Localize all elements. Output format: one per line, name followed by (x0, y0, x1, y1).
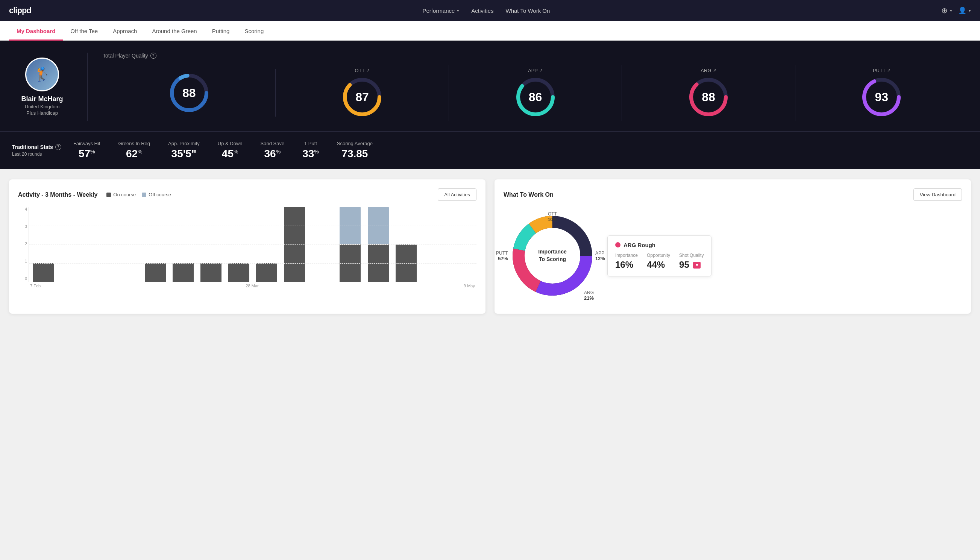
wtwo-importance-value: 16% (615, 260, 638, 270)
overall-value: 88 (182, 86, 196, 100)
oncourse-dot (106, 193, 111, 197)
arg-pct: 21% (584, 295, 594, 301)
stat-scoring-average: Scoring Average 73.85 (337, 141, 373, 160)
chart-legend: On course Off course (106, 192, 171, 197)
wtwo-opportunity: Opportunity 44% (647, 253, 670, 270)
arg-quality-card: ARG ↗ 88 (622, 65, 795, 121)
oncourse-bar (368, 245, 389, 282)
x-axis-labels: 7 Feb 28 Mar 9 May (28, 282, 476, 288)
bar-chart (28, 207, 476, 282)
stat-fairways-hit: Fairways Hit 57% (73, 141, 100, 160)
stat-value: 57% (78, 148, 95, 160)
importance-donut-container: Importance To Scoring OTT 10% APP 12% AR… (504, 207, 601, 305)
tab-off-the-tee[interactable]: Off the Tee (63, 21, 105, 41)
nav-performance[interactable]: Performance ▾ (422, 8, 459, 14)
tab-my-dashboard[interactable]: My Dashboard (9, 21, 63, 41)
user-menu-button[interactable]: 👤 ▾ (958, 7, 971, 15)
y-axis-labels: 4 3 2 1 0 (18, 207, 28, 280)
app-label: APP ↗ (528, 68, 542, 73)
nav-what-to-work-on[interactable]: What To Work On (506, 8, 550, 14)
player-name: Blair McHarg (21, 95, 63, 103)
tab-around-the-green[interactable]: Around the Green (145, 21, 204, 41)
chevron-down-icon: ▾ (969, 8, 971, 13)
nav-links: Performance ▾ Activities What To Work On (422, 8, 550, 14)
quality-circles: 88 OTT ↗ 87 (103, 65, 968, 121)
oncourse-bar (228, 263, 249, 282)
arg-label: ARG ↗ (700, 68, 716, 73)
ott-value: 87 (355, 90, 369, 104)
y-label-3: 3 (18, 224, 27, 229)
wtwo-importance: Importance 16% (615, 253, 638, 270)
bar-column-14 (421, 207, 447, 282)
app-donut: 86 (515, 77, 556, 118)
putt-quality-card: PUTT ↗ 93 (795, 65, 968, 121)
legend-offcourse: Off course (142, 192, 171, 197)
bar-column-8 (253, 207, 280, 282)
bar-column-15 (449, 207, 475, 282)
putt-value: 93 (875, 90, 888, 104)
stat-items: Fairways Hit 57% Greens In Reg 62% App. … (73, 141, 968, 160)
arrow-up-icon: ↗ (713, 68, 716, 73)
bar-column-6 (198, 207, 224, 282)
wtwo-opportunity-value: 44% (647, 260, 670, 270)
hero-section: 🏌️ Blair McHarg United Kingdom Plus Hand… (0, 41, 980, 132)
bar-column-0 (30, 207, 57, 282)
trad-stats-title: Traditional Stats ? (12, 144, 61, 150)
oncourse-bar (145, 263, 166, 282)
legend-oncourse: On course (106, 192, 136, 197)
oncourse-bar (173, 263, 194, 282)
chart-area: 4 3 2 1 0 (18, 207, 476, 290)
stat-1-putt: 1 Putt 33% (302, 141, 319, 160)
chevron-down-icon: ▾ (457, 8, 459, 13)
bar-column-7 (226, 207, 252, 282)
ott-quality-card: OTT ↗ 87 (276, 65, 449, 121)
tab-bar: My Dashboard Off the Tee Approach Around… (0, 21, 980, 41)
view-dashboard-button[interactable]: View Dashboard (913, 188, 962, 201)
ott-label: OTT ↗ (355, 68, 369, 73)
wtwo-shot-quality: Shot Quality 95 ▼ (679, 253, 704, 270)
app-ext-label: APP 12% (595, 250, 605, 262)
app-value: 86 (529, 90, 542, 104)
bar-column-5 (170, 207, 196, 282)
wtwo-detail-dot (615, 242, 621, 247)
bar-column-11 (337, 207, 363, 282)
arrow-up-icon: ↗ (887, 68, 890, 73)
tab-scoring[interactable]: Scoring (237, 21, 271, 41)
x-label-mar: 28 Mar (246, 283, 258, 288)
bar-column-13 (393, 207, 419, 282)
y-label-4: 4 (18, 207, 27, 212)
arrow-up-icon: ↗ (539, 68, 542, 73)
arg-ext-label: ARG 21% (584, 290, 594, 301)
nav-activities[interactable]: Activities (471, 8, 493, 14)
bar-column-9 (281, 207, 308, 282)
add-button[interactable]: ⊕ ▾ (941, 6, 952, 15)
nav-right: ⊕ ▾ 👤 ▾ (941, 6, 971, 15)
vertical-divider (87, 53, 88, 121)
activity-chart-title: Activity - 3 Months - Weekly (18, 192, 97, 198)
stat-app-proximity: App. Proximity 35'5" (168, 141, 200, 160)
tab-putting[interactable]: Putting (205, 21, 237, 41)
down-arrow-badge: ▼ (693, 262, 700, 268)
avatar: 🏌️ (25, 58, 59, 92)
top-nav: clippd Performance ▾ Activities What To … (0, 0, 980, 21)
logo[interactable]: clippd (9, 6, 31, 15)
y-label-1: 1 (18, 259, 27, 263)
oncourse-bar (339, 245, 361, 282)
ott-pct: 10% (547, 217, 557, 222)
x-label-feb: 7 Feb (30, 283, 41, 288)
all-activities-button[interactable]: All Activities (438, 188, 476, 201)
trad-stats-label: Traditional Stats ? Last 20 rounds (12, 144, 61, 157)
stat-value: 33% (302, 148, 319, 160)
putt-label: PUTT ↗ (873, 68, 890, 73)
bar-column-4 (142, 207, 168, 282)
plus-circle-icon: ⊕ (941, 6, 948, 15)
donut-center-label: Importance To Scoring (538, 248, 566, 263)
oncourse-bar (396, 245, 417, 282)
info-icon[interactable]: ? (55, 144, 61, 150)
activity-chart-card: Activity - 3 Months - Weekly On course O… (9, 179, 486, 314)
info-icon[interactable]: ? (150, 53, 156, 59)
bar-column-1 (58, 207, 85, 282)
ott-donut: 87 (341, 77, 383, 118)
stat-up-and-down: Up & Down 45% (218, 141, 243, 160)
tab-approach[interactable]: Approach (105, 21, 145, 41)
